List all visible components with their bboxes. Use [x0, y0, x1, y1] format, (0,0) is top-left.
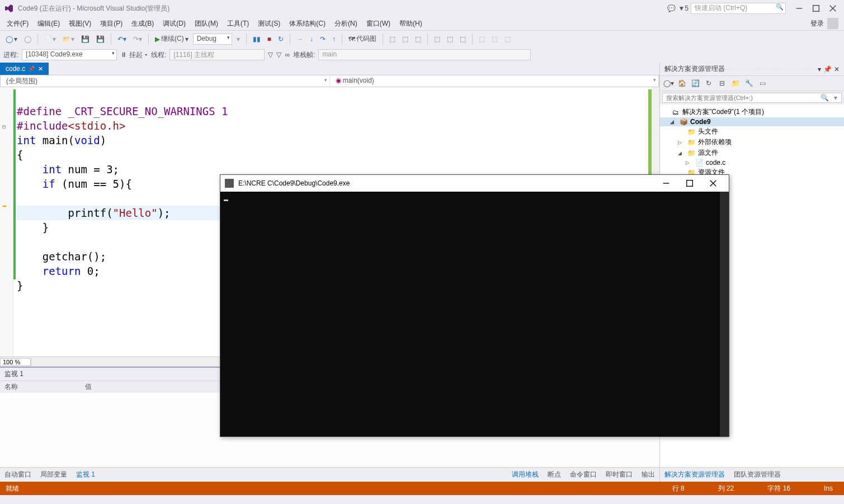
tree-headers[interactable]: 📁头文件 [660, 126, 844, 137]
save-all-button[interactable]: 💾 [94, 34, 107, 44]
thread-dropdown[interactable]: [1116] 主线程 [169, 49, 265, 60]
restart-button[interactable]: ↻ [276, 34, 286, 44]
code-map-button[interactable]: 🗺 代码图 [346, 33, 379, 45]
fold-icon[interactable]: ⊟ [2, 120, 6, 134]
save-button[interactable]: 💾 [79, 34, 92, 44]
tab-watch1[interactable]: 监视 1 [72, 469, 100, 481]
open-button[interactable]: 📂▾ [60, 34, 77, 44]
tree-external[interactable]: ▷📁外部依赖项 [660, 137, 844, 148]
se-refresh-icon[interactable]: ↻ [702, 78, 715, 89]
minimize-button[interactable] [793, 3, 806, 14]
tab-immediate[interactable]: 即时窗口 [601, 469, 637, 481]
tb-icon-6[interactable]: ⬚ [458, 34, 468, 44]
console-output[interactable] [220, 192, 729, 436]
console-scrollbar[interactable] [720, 192, 729, 436]
tab-autos[interactable]: 自动窗口 [0, 469, 36, 481]
panel-pin-icon[interactable]: 📌 [823, 65, 832, 73]
se-sync-icon[interactable]: 🔄 [689, 78, 701, 89]
scope-dropdown[interactable]: (全局范围) [1, 75, 330, 87]
thread-nav-3[interactable]: ∞ [285, 51, 290, 59]
console-window[interactable]: E:\NCRE C\Code9\Debug\Code9.exe [220, 174, 729, 437]
tb-icon-3[interactable]: ⬚ [413, 34, 423, 44]
step-into-button[interactable]: ↓ [308, 34, 315, 44]
menu-view[interactable]: 视图(V) [64, 18, 96, 30]
thread-nav-2[interactable]: ▽ [276, 51, 281, 59]
user-avatar-icon[interactable] [827, 18, 838, 29]
show-next-button[interactable]: → [294, 34, 305, 44]
tab-callstack[interactable]: 调用堆栈 [507, 469, 543, 481]
continue-button[interactable]: ▶ 继续(C) ▾ [153, 33, 191, 45]
tb-icon-2[interactable]: ⬚ [400, 34, 411, 44]
menu-file[interactable]: 文件(F) [2, 18, 33, 30]
tab-output[interactable]: 输出 [637, 469, 659, 481]
stop-button[interactable]: ■ [265, 34, 274, 44]
tb-icon-5[interactable]: ⬚ [445, 34, 455, 44]
menu-analyze[interactable]: 分析(N) [330, 18, 362, 30]
menu-team[interactable]: 团队(M) [190, 18, 223, 30]
tb-icon-7[interactable]: ⬚ [477, 34, 487, 44]
platform-dropdown[interactable]: ▾ [234, 34, 242, 44]
quick-launch-input[interactable]: 快速启动 (Ctrl+Q) [691, 3, 786, 14]
suspend-button[interactable]: ⏸ 挂起 ▾ [120, 50, 148, 60]
menu-debug[interactable]: 调试(D) [158, 18, 190, 30]
menu-help[interactable]: 帮助(H) [395, 18, 427, 30]
menu-build[interactable]: 生成(B) [127, 18, 158, 30]
console-close-button[interactable] [702, 177, 724, 190]
search-icon[interactable]: 🔍 [819, 93, 830, 102]
zoom-dropdown[interactable]: 100 % [0, 358, 31, 366]
tab-code-c[interactable]: code.c 📌 ✕ [0, 63, 49, 75]
tree-solution-root[interactable]: 🗂解决方案"Code9"(1 个项目) [660, 107, 844, 117]
thread-nav-1[interactable]: ▽ [268, 51, 273, 59]
pause-button[interactable]: ▮▮ [251, 34, 263, 44]
se-back-icon[interactable]: ◯▾ [662, 78, 675, 89]
se-collapse-icon[interactable]: ⊟ [716, 78, 728, 89]
menu-project[interactable]: 项目(P) [96, 18, 127, 30]
tab-command[interactable]: 命令窗口 [565, 469, 601, 481]
tab-breakpoints[interactable]: 断点 [543, 469, 565, 481]
se-home-icon[interactable]: 🏠 [676, 78, 688, 89]
tab-solution-explorer[interactable]: 解决方案资源管理器 [660, 469, 729, 481]
member-dropdown[interactable]: ◉ main(void) [330, 75, 659, 87]
maximize-button[interactable] [809, 3, 823, 14]
feedback-icon[interactable]: 💬 [667, 4, 676, 13]
tree-sources[interactable]: ◢📁源文件 [660, 148, 844, 158]
tree-code-c[interactable]: ▷📄code.c [660, 158, 844, 167]
tab-team-explorer[interactable]: 团队资源管理器 [729, 469, 785, 481]
pin-icon[interactable]: 📌 [29, 66, 35, 72]
se-showall-icon[interactable]: 📁 [729, 78, 742, 89]
nav-back-button[interactable]: ◯▾ [3, 34, 20, 44]
watch-col-value[interactable]: 值 [85, 382, 92, 392]
tb-icon-1[interactable]: ⬚ [387, 34, 398, 44]
notifications-flag[interactable]: ▼5 [678, 4, 689, 12]
process-dropdown[interactable]: [10348] Code9.exe [22, 49, 117, 60]
tree-project[interactable]: ◢📦Code9 [660, 117, 844, 126]
tb-icon-4[interactable]: ⬚ [432, 34, 442, 44]
panel-dropdown-icon[interactable]: ▾ [818, 65, 821, 73]
tab-locals[interactable]: 局部变量 [36, 469, 72, 481]
undo-button[interactable]: ↶▾ [115, 34, 129, 44]
menu-edit[interactable]: 编辑(E) [33, 18, 64, 30]
solution-search-input[interactable] [663, 93, 819, 102]
tb-icon-8[interactable]: ⬚ [489, 34, 500, 44]
tb-icon-9[interactable]: ⬚ [502, 34, 513, 44]
new-project-button[interactable]: 📄▾ [42, 34, 58, 44]
menu-tools[interactable]: 工具(T) [223, 18, 253, 30]
menu-architecture[interactable]: 体系结构(C) [285, 18, 330, 30]
close-button[interactable] [826, 3, 840, 14]
stack-dropdown[interactable]: main [318, 49, 531, 60]
menu-test[interactable]: 测试(S) [253, 18, 285, 30]
panel-close-icon[interactable]: ✕ [834, 65, 840, 73]
step-out-button[interactable]: ↑ [330, 34, 338, 44]
search-dropdown-icon[interactable]: ▾ [830, 93, 841, 102]
config-dropdown[interactable]: Debug [193, 34, 232, 45]
status-ins: Ins [818, 484, 838, 492]
console-minimize-button[interactable] [655, 177, 677, 190]
se-properties-icon[interactable]: 🔧 [743, 78, 755, 89]
login-link[interactable]: 登录 [810, 19, 824, 28]
watch-col-name[interactable]: 名称 [4, 382, 18, 392]
console-maximize-button[interactable] [678, 177, 701, 190]
menu-window[interactable]: 窗口(W) [362, 18, 395, 30]
step-over-button[interactable]: ↷ [318, 34, 328, 44]
se-preview-icon[interactable]: ▭ [756, 78, 768, 89]
close-tab-icon[interactable]: ✕ [38, 65, 43, 73]
